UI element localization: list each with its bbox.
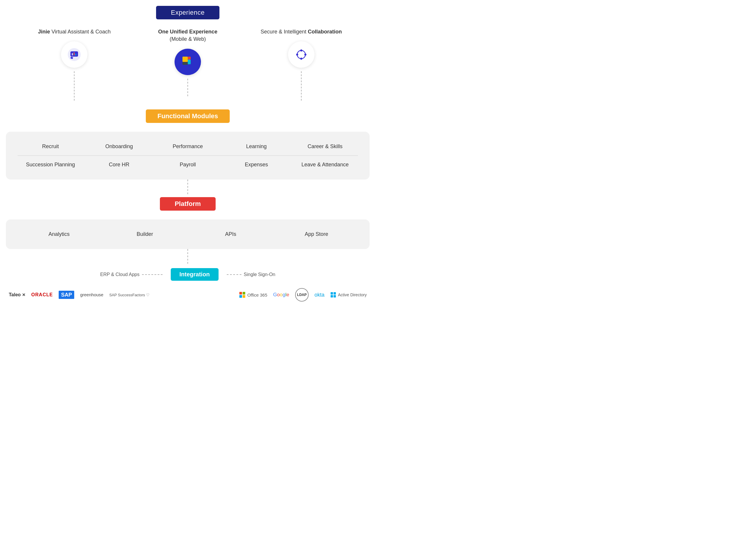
svg-rect-6	[75, 54, 76, 56]
office365-logo: Office 365	[239, 292, 267, 298]
windows-icon	[330, 292, 336, 298]
collab-dashed	[301, 71, 302, 101]
platform-appstore: App Store	[275, 228, 358, 240]
modules-row2: Succession Planning Core HR Payroll Expe…	[18, 159, 358, 171]
svg-rect-19	[239, 295, 242, 298]
logos-left: Taleo ✕ ORACLE SAP greenhouse SAP Succes…	[9, 292, 149, 298]
dashed-v2	[187, 249, 188, 264]
platform-apis: APIs	[189, 228, 272, 240]
functional-badge: Functional Modules	[146, 109, 230, 123]
jinie-dashed	[74, 71, 75, 101]
svg-rect-20	[243, 295, 245, 298]
oracle-logo: ORACLE	[32, 292, 53, 297]
page-wrapper: Experience Jinie Virtual Assistant & Coa…	[0, 0, 376, 311]
svg-rect-8	[182, 57, 188, 62]
collab-col: Secure & Intelligent Collaboration	[244, 28, 358, 101]
module-recruit: Recruit	[18, 141, 83, 153]
module-learning: Learning	[224, 141, 289, 153]
platform-builder: Builder	[104, 228, 187, 240]
okta-logo: okta	[314, 292, 324, 298]
svg-rect-17	[239, 292, 242, 295]
jinie-icon-circle	[61, 41, 87, 68]
sf-logo: SAP SuccessFactors ♡	[109, 292, 149, 297]
module-career: Career & Skills	[292, 141, 358, 153]
svg-point-15	[296, 54, 298, 56]
unified-icon-circle	[175, 49, 201, 75]
integration-row: ERP & Cloud Apps Integration Single Sign…	[100, 268, 276, 281]
logos-right: Office 365 Google LDAP okta Active	[239, 288, 367, 302]
module-divider	[18, 156, 358, 156]
jinie-bold: Jinie	[38, 29, 50, 35]
active-directory-logo: Active Directory	[330, 292, 367, 298]
module-leave: Leave & Attendance	[292, 159, 358, 171]
office365-icon	[239, 292, 246, 298]
svg-point-13	[300, 49, 302, 52]
erp-label: ERP & Cloud Apps	[100, 272, 140, 277]
svg-rect-24	[333, 295, 336, 297]
experience-badge: Experience	[156, 6, 219, 19]
modules-card: Recruit Onboarding Performance Learning …	[6, 132, 370, 180]
module-corehr: Core HR	[86, 159, 152, 171]
connector-platform-integration	[187, 249, 188, 264]
svg-rect-5	[74, 52, 75, 56]
svg-rect-21	[331, 292, 333, 295]
ldap-logo: LDAP	[295, 288, 309, 302]
collab-label: Secure & Intelligent Collaboration	[261, 28, 342, 36]
svg-point-14	[300, 58, 302, 60]
platform-grid: Analytics Builder APIs App Store	[18, 228, 358, 240]
dashed-v1	[187, 180, 188, 194]
svg-point-16	[304, 54, 306, 56]
module-onboarding: Onboarding	[86, 141, 152, 153]
connector-modules-platform	[187, 180, 188, 194]
platform-section: Platform Analytics Builder APIs App Stor…	[6, 194, 370, 249]
greenhouse-logo: greenhouse	[80, 292, 103, 297]
jinie-label: Jinie Virtual Assistant & Coach	[38, 28, 110, 36]
platform-badge: Platform	[160, 197, 215, 211]
taleo-logo: Taleo ✕	[9, 292, 25, 297]
module-expenses: Expenses	[224, 159, 289, 171]
sso-label: Single Sign-On	[244, 272, 276, 277]
logos-row: Taleo ✕ ORACLE SAP greenhouse SAP Succes…	[6, 282, 370, 302]
jinie-col: Jinie Virtual Assistant & Coach	[18, 28, 131, 101]
center-dashed	[187, 79, 188, 96]
integration-section: ERP & Cloud Apps Integration Single Sign…	[6, 267, 370, 282]
svg-rect-11	[182, 62, 188, 65]
svg-rect-23	[331, 295, 333, 297]
module-payroll: Payroll	[155, 159, 221, 171]
svg-rect-4	[72, 53, 73, 56]
unified-col: One Unified Experience (Mobile & Web)	[131, 28, 245, 96]
top-icons-row: Jinie Virtual Assistant & Coach	[6, 28, 370, 101]
jinie-icon	[67, 48, 81, 61]
sap-logo: SAP	[59, 292, 74, 298]
platform-card: Analytics Builder APIs App Store	[6, 219, 370, 249]
collab-icon	[295, 48, 308, 61]
svg-rect-9	[188, 57, 191, 60]
integration-badge: Integration	[171, 268, 219, 281]
collab-icon-circle	[288, 41, 314, 68]
svg-rect-18	[243, 292, 245, 295]
svg-point-12	[297, 51, 305, 59]
unified-icon	[180, 54, 196, 69]
svg-rect-10	[188, 60, 191, 64]
unified-label: One Unified Experience (Mobile & Web)	[158, 28, 217, 43]
module-performance: Performance	[155, 141, 221, 153]
google-logo: Google	[273, 292, 289, 298]
module-succession: Succession Planning	[18, 159, 83, 171]
functional-section: Functional Modules Recruit Onboarding Pe…	[6, 106, 370, 180]
modules-row1: Recruit Onboarding Performance Learning …	[18, 141, 358, 153]
svg-rect-22	[333, 292, 336, 295]
platform-analytics: Analytics	[18, 228, 101, 240]
